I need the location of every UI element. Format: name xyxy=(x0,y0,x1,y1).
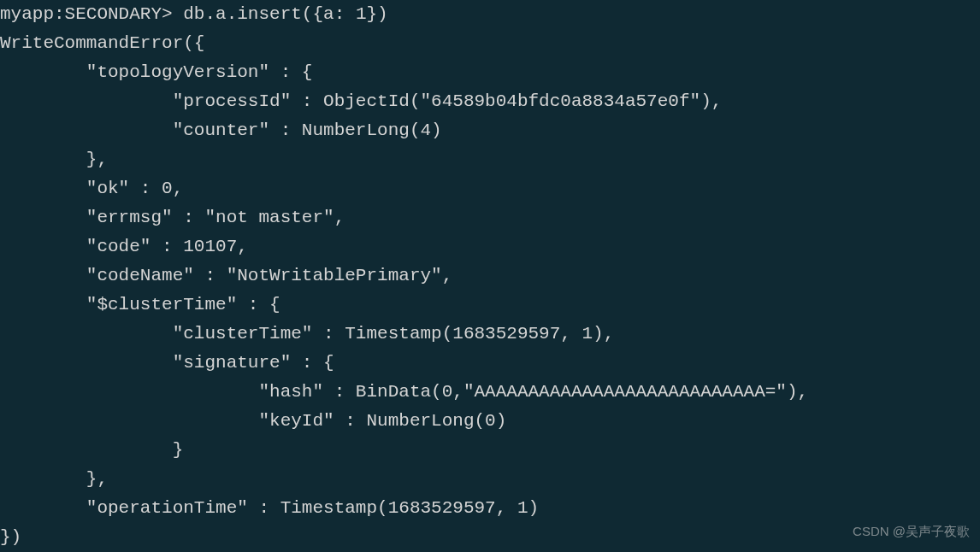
shell-command: db.a.insert({a: 1}) xyxy=(183,4,387,24)
terminal-output[interactable]: myapp:SECONDARY> db.a.insert({a: 1}) Wri… xyxy=(0,0,980,552)
output-line: }) xyxy=(0,527,21,547)
output-line: "operationTime" : Timestamp(1683529597, … xyxy=(0,498,539,518)
output-line: "ok" : 0, xyxy=(0,179,183,198)
output-line: }, xyxy=(0,469,108,489)
output-line: "topologyVersion" : { xyxy=(0,62,312,82)
output-line: "$clusterTime" : { xyxy=(0,295,280,314)
output-line: "hash" : BinData(0,"AAAAAAAAAAAAAAAAAAAA… xyxy=(0,382,808,402)
output-line: "keyId" : NumberLong(0) xyxy=(0,411,506,431)
output-line: "code" : 10107, xyxy=(0,237,248,256)
output-line: }, xyxy=(0,150,108,169)
output-line: "codeName" : "NotWritablePrimary", xyxy=(0,266,452,285)
watermark-text: CSDN @吴声子夜歌 xyxy=(853,521,970,542)
output-line: "signature" : { xyxy=(0,353,334,373)
output-line: "processId" : ObjectId("64589b04bfdc0a88… xyxy=(0,91,722,111)
output-line: } xyxy=(0,440,183,460)
output-line: "counter" : NumberLong(4) xyxy=(0,120,442,140)
shell-prompt: myapp:SECONDARY> xyxy=(0,4,183,24)
output-line: "errmsg" : "not master", xyxy=(0,208,345,227)
output-line: "clusterTime" : Timestamp(1683529597, 1)… xyxy=(0,324,614,344)
output-line: WriteCommandError({ xyxy=(0,33,204,53)
